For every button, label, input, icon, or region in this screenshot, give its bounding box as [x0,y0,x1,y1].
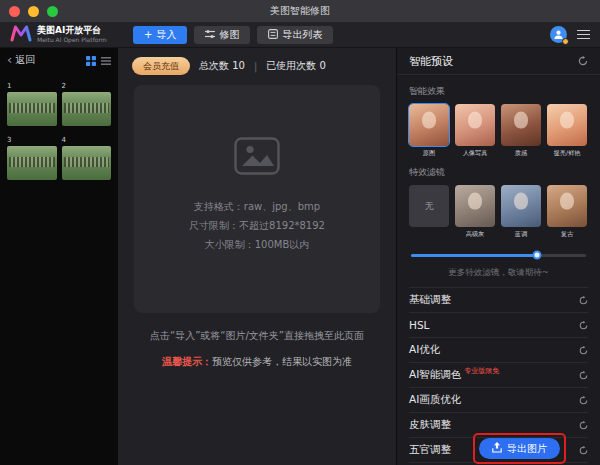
plus-icon: + [144,29,152,40]
window-title: 美图智能修图 [0,4,600,18]
list-icon [268,29,278,41]
menu-hamburger-icon[interactable] [577,30,590,40]
pro-free-badge: 专业版限免 [464,366,499,376]
reset-icon[interactable] [579,346,588,355]
filter-thumb [501,185,541,227]
vip-badge [562,38,569,45]
thumbnail-cell: 1 [7,82,57,126]
filter-strength-slider[interactable] [411,249,586,261]
import-dropzone[interactable]: 支持格式：raw、jpg、bmp 尺寸限制：不超过8192*8192 大小限制：… [134,85,380,313]
thumbnail-index: 2 [62,82,112,91]
reset-presets-icon[interactable] [578,56,588,66]
effect-thumb [501,104,541,146]
section-ai-quality[interactable]: AI画质优化 [409,388,588,413]
filter-advanced-gray[interactable]: 高级灰 [455,185,495,239]
effect-texture[interactable]: 质感 [501,104,541,158]
header-right [550,26,590,43]
logo-title: 美图AI开放平台 [37,25,107,36]
tip-label: 温馨提示： [162,356,212,367]
main-area: 会员充值 总次数 10 | 已使用次数 0 支持格式：raw、jpg、bmp 尺… [118,48,396,465]
total-count: 总次数 10 [199,59,245,73]
sidebar-toolbar: ‹ 返回 [0,48,118,72]
section-ai-color[interactable]: AI智能调色 专业版限免 [409,363,588,388]
used-count: 已使用次数 0 [266,59,326,73]
export-list-button[interactable]: 导出列表 [257,26,333,44]
filter-thumb [455,185,495,227]
sidebar: ‹ 返回 [0,48,118,465]
minimize-window-button[interactable] [28,6,39,17]
reset-icon[interactable] [579,421,588,430]
drag-drop-hint: 点击“导入”或将“图片/文件夹”直接拖拽至此页面 [118,329,396,343]
reset-icon[interactable] [579,446,588,455]
more-filters-note: 更多特效滤镜，敬请期待~ [409,267,588,279]
photo-thumbnail[interactable] [62,92,112,126]
thumbnail-index: 3 [7,136,57,145]
tip-text: 预览仅供参考，结果以实图为准 [212,356,352,367]
filter-blue-tone[interactable]: 蓝调 [501,185,541,239]
back-button[interactable]: ‹ 返回 [7,53,35,67]
effect-brighten[interactable]: 提亮/鲜艳 [547,104,587,158]
slider-fill [411,254,537,257]
panel-title: 智能预设 [409,54,453,69]
photo-thumbnail[interactable] [62,146,112,180]
warm-tip: 温馨提示：预览仅供参考，结果以实图为准 [118,355,396,369]
user-avatar[interactable] [550,26,567,43]
thumbnail-index: 1 [7,82,57,91]
member-recharge-button[interactable]: 会员充值 [132,57,190,75]
thumbnail-cell: 2 [62,82,112,126]
section-basic-adjust[interactable]: 基础调整 [409,288,588,313]
effect-original[interactable]: 原图 [409,104,449,158]
thumbnail-cell: 4 [62,136,112,180]
body: ‹ 返回 [0,48,600,465]
reset-icon[interactable] [579,396,588,405]
app-logo: 美图AI开放平台 Meitu AI Open Platform [10,24,126,46]
back-chevron-icon: ‹ [7,55,12,65]
annotation-highlight-box: 导出图片 [473,433,566,464]
panel-header: 智能预设 [397,48,600,75]
slider-handle[interactable] [533,251,542,260]
upload-icon [492,442,502,455]
slider-track [411,254,586,257]
filter-thumb [547,185,587,227]
thumbnail-grid: 1 2 3 4 [0,72,118,180]
effect-thumb [547,104,587,146]
photo-thumbnail[interactable] [7,92,57,126]
view-toggle [86,51,111,70]
grid-view-icon[interactable] [86,51,96,70]
reset-icon[interactable] [579,296,588,305]
effect-filters: 无 高级灰 蓝调 复古 [409,185,588,239]
app-header: 美图AI开放平台 Meitu AI Open Platform + 导入 修图 [0,22,600,48]
window-controls [0,6,58,17]
effect-thumb [409,104,449,146]
filter-none[interactable]: 无 [409,185,449,239]
thumbnail-index: 4 [62,136,112,145]
effect-portrait[interactable]: 人像写真 [455,104,495,158]
smart-effects: 原图 人像写真 质感 提亮/鲜艳 [409,104,588,158]
dimension-limit: 尺寸限制：不超过8192*8192 [189,216,325,235]
file-size-limit: 大小限制：100MB以内 [205,235,310,254]
logo-text: 美图AI开放平台 Meitu AI Open Platform [37,25,107,44]
filters-title: 特效滤镜 [409,166,588,179]
filter-thumb: 无 [409,185,449,227]
export-image-button[interactable]: 导出图片 [479,438,560,459]
list-view-icon[interactable] [101,51,111,70]
effects-title: 智能效果 [409,85,588,98]
panel-body: 智能效果 原图 人像写真 质感 [397,75,600,465]
reset-icon[interactable] [579,371,588,380]
filter-retro[interactable]: 复古 [547,185,587,239]
titlebar: 美图智能修图 [0,0,600,22]
photo-thumbnail[interactable] [7,146,57,180]
image-placeholder-icon [234,137,280,179]
adjustments-panel: 智能预设 智能效果 原图 人像写真 [396,48,600,465]
quota-bar: 会员充值 总次数 10 | 已使用次数 0 [118,53,396,79]
zoom-window-button[interactable] [47,6,58,17]
close-window-button[interactable] [9,6,20,17]
retouch-button[interactable]: 修图 [194,26,250,44]
import-button[interactable]: + 导入 [133,26,187,44]
reset-icon[interactable] [579,321,588,330]
meitu-logo-icon [10,24,32,46]
section-hsl[interactable]: HSL [409,313,588,338]
app-window: 美图智能修图 美图AI开放平台 Meitu AI Open Platform +… [0,0,600,465]
effect-thumb [455,104,495,146]
section-ai-optimize[interactable]: AI优化 [409,338,588,363]
